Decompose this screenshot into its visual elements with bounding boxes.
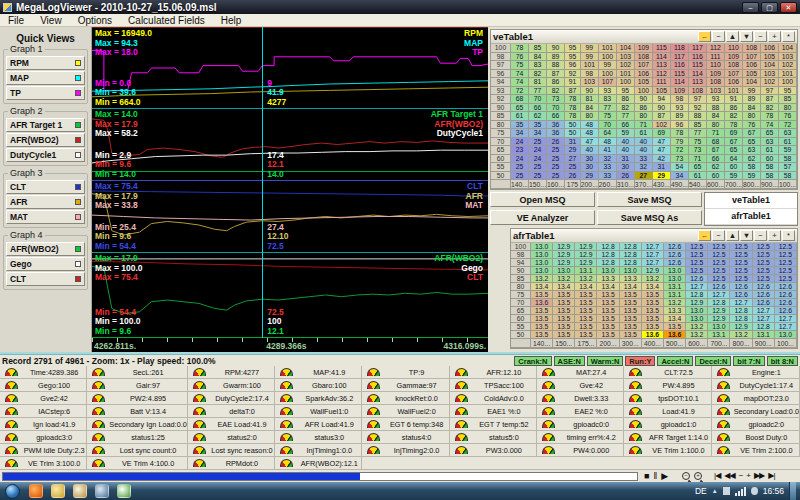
ve-table-cell[interactable]: 101 [725, 87, 743, 96]
ve-table-cell[interactable]: 85 [689, 121, 707, 130]
afr-table-cell[interactable]: 13.5 [620, 299, 642, 307]
ve-table-cell[interactable]: 84 [529, 53, 547, 62]
app-icon-2[interactable] [95, 484, 109, 498]
afr-table-cell[interactable]: 12.5 [730, 259, 752, 267]
ve-table-cell[interactable]: 81 [581, 95, 599, 104]
ve-table-cell[interactable]: 95 [565, 53, 581, 62]
ve-table-cell[interactable]: 78 [511, 44, 529, 53]
ve-table-cell[interactable]: 101 [599, 44, 617, 53]
afr-table-cell[interactable]: 13.5 [575, 291, 597, 299]
ve-table-cell[interactable]: 82 [725, 112, 743, 121]
afr-table-cell[interactable]: 12.9 [686, 299, 708, 307]
ve-table-cell[interactable]: 112 [653, 70, 671, 79]
ve-table-cell[interactable]: 77 [529, 87, 547, 96]
ve-table-cell[interactable]: 68 [707, 138, 725, 147]
ve-table-cell[interactable]: 58 [779, 155, 797, 164]
afr-table-cell[interactable]: 13.0 [664, 267, 686, 275]
ve-table-cell[interactable]: 65 [511, 104, 529, 113]
ve-table-cell[interactable]: 32 [635, 163, 653, 172]
afr-table-cell[interactable]: 13.5 [620, 323, 642, 331]
ve-table-cell[interactable]: 63 [779, 129, 797, 138]
ve-table-cell[interactable]: 97 [689, 95, 707, 104]
afr-table-cell[interactable]: 13.5 [575, 323, 597, 331]
menu-item-options[interactable]: Options [70, 15, 120, 26]
clock[interactable]: 16:56 [763, 486, 784, 496]
ve-table-cell[interactable]: 93 [671, 104, 689, 113]
afr-table-cell[interactable]: 12.9 [642, 267, 664, 275]
afr-table-cell[interactable]: 12.8 [620, 243, 642, 251]
ve-table-cell[interactable]: 54 [671, 163, 689, 172]
ve-table-cell[interactable]: 67 [707, 146, 725, 155]
afr-table-cell[interactable]: 13.5 [531, 331, 553, 339]
afr-table-toolbar-button[interactable]: * [782, 230, 795, 241]
ve-table-cell[interactable]: 99 [599, 61, 617, 70]
afr-table-cell[interactable]: 12.5 [730, 243, 752, 251]
afr-table-cell[interactable]: 12.5 [686, 267, 708, 275]
ve-table-cell[interactable]: 87 [761, 95, 779, 104]
ve-table-cell[interactable]: 74 [511, 70, 529, 79]
sidebar-item-clt[interactable]: CLT [6, 180, 85, 194]
ve-table-cell[interactable]: 73 [547, 95, 565, 104]
ve-table-cell[interactable]: 104 [779, 44, 797, 53]
ve-table-cell[interactable]: 25 [547, 163, 565, 172]
afr-table-cell[interactable]: 13.5 [597, 299, 619, 307]
menu-item-calculated-fields[interactable]: Calculated Fields [120, 15, 213, 26]
afr-table-cell[interactable]: 12.5 [730, 267, 752, 275]
ve-table-cell[interactable]: 25 [511, 172, 529, 181]
ve-table-cell[interactable]: 40 [635, 146, 653, 155]
ve-table-cell[interactable]: 115 [671, 70, 689, 79]
afr-table-cell[interactable]: 12.8 [620, 251, 642, 259]
afr-table-cell[interactable]: 13.5 [575, 299, 597, 307]
save-msq-button[interactable]: Save MSQ [597, 192, 702, 207]
afr-table-cell[interactable]: 13.2 [686, 331, 708, 339]
ve-table-cell[interactable]: 90 [653, 104, 671, 113]
afr-table-cell[interactable]: 12.8 [686, 291, 708, 299]
ve-table-cell[interactable]: 40 [617, 146, 635, 155]
ve-table-cell[interactable]: 114 [671, 78, 689, 87]
ve-table-cell[interactable]: 89 [671, 112, 689, 121]
afr-table-cell[interactable]: 12.5 [708, 275, 730, 283]
ve-analyzer-button[interactable]: VE Analyzer [490, 210, 595, 225]
ve-table-cell[interactable]: 47 [653, 138, 671, 147]
ve-table-cell[interactable]: 48 [581, 129, 599, 138]
ve-table-cell[interactable]: 74 [511, 78, 529, 87]
ve-table-cell[interactable]: 83 [529, 61, 547, 70]
afr-table-cell[interactable]: 12.6 [664, 251, 686, 259]
ve-table-cell[interactable]: 57 [779, 163, 797, 172]
ve-table-cell[interactable]: 72 [671, 146, 689, 155]
afr-table-cell[interactable]: 12.9 [575, 259, 597, 267]
notepad-icon[interactable] [117, 484, 131, 498]
ve-table-cell[interactable]: 59 [779, 146, 797, 155]
ve-table-cell[interactable]: 102 [617, 61, 635, 70]
close-button[interactable]: ✕ [780, 2, 797, 13]
afr-table-cell[interactable]: 13.4 [531, 283, 553, 291]
ve-table-cell[interactable]: 40 [635, 138, 653, 147]
afr-table-cell[interactable]: 13.1 [575, 267, 597, 275]
ve-table-cell[interactable]: 33 [635, 155, 653, 164]
afr-table-cell[interactable]: 13.5 [575, 331, 597, 339]
afr-table-cell[interactable]: 12.5 [775, 275, 797, 283]
ve-table-cell[interactable]: 62 [743, 155, 761, 164]
ve-table-cell[interactable]: 86 [725, 104, 743, 113]
afr-table-cell[interactable]: 13.5 [620, 331, 642, 339]
afr-table-cell[interactable]: 13.4 [664, 315, 686, 323]
afr-table-cell[interactable]: 13.5 [642, 323, 664, 331]
afr-table-cell[interactable]: 13.4 [597, 283, 619, 291]
ve-table-cell[interactable]: 99 [581, 53, 599, 62]
ve-table-cell[interactable]: 103 [779, 53, 797, 62]
afr-table-cell[interactable]: 13.0 [620, 267, 642, 275]
afr-table-cell[interactable]: 13.5 [620, 291, 642, 299]
ve-table-cell[interactable]: 96 [565, 61, 581, 70]
sidebar-item-afr-wbo2-[interactable]: AFR(WBO2) [6, 133, 85, 147]
ve-table-toolbar-button[interactable]: * [782, 31, 795, 42]
ve-table-cell[interactable]: 78 [761, 112, 779, 121]
ve-table-cell[interactable]: 98 [671, 95, 689, 104]
afr-table-cell[interactable]: 12.8 [597, 251, 619, 259]
afr-table-toolbar-button[interactable]: ▲ [726, 230, 739, 241]
afr-table-cell[interactable]: 13.2 [730, 331, 752, 339]
ve-table-cell[interactable]: 70 [599, 121, 617, 130]
stop-button[interactable]: ■ [644, 471, 649, 481]
afr-table-cell[interactable]: 13.5 [575, 307, 597, 315]
ve-table-cell[interactable]: 66 [707, 155, 725, 164]
ve-table-cell[interactable]: 94 [653, 95, 671, 104]
